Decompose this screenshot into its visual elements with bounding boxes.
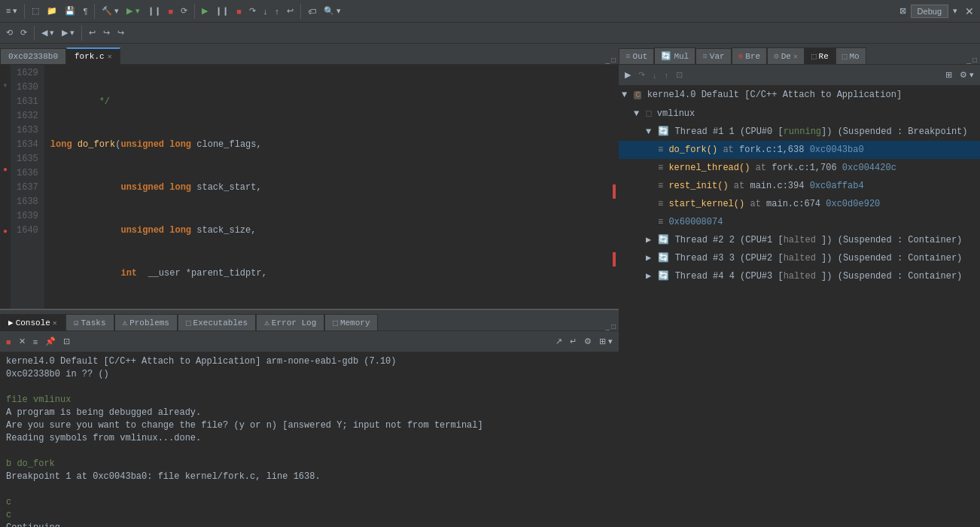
toolbar-btn-1[interactable]: ≡ ▾ xyxy=(3,5,20,17)
problems-label: Problems xyxy=(129,318,169,327)
console-content[interactable]: kernel4.0 Default [C/C++ Attach to Appli… xyxy=(0,352,619,527)
toolbar2-btn-back[interactable]: ⟲ xyxy=(3,26,16,39)
gutter-bp-14[interactable]: ● xyxy=(0,224,11,239)
debug-settings-btn[interactable]: ⚙ ▾ xyxy=(957,69,977,81)
console-minimize-btn[interactable]: _ xyxy=(605,322,610,331)
console-word-wrap-btn[interactable]: ↵ xyxy=(567,335,580,348)
console-tab-errorlog[interactable]: ⚠ Error Log xyxy=(256,314,324,331)
toolbar2-btn-redo2[interactable]: ↪ xyxy=(114,26,127,39)
console-settings-btn[interactable]: ⚙ xyxy=(581,335,595,348)
debug-drop-frame-btn[interactable]: ⊡ xyxy=(673,69,686,81)
debug-tab-bre[interactable]: ⊕ Bre xyxy=(732,47,767,64)
toolbar-btn-run[interactable]: ▶ ▾ xyxy=(123,5,142,17)
editor-and-console: 0xc02338b0 fork.c ✕ _ □ xyxy=(0,44,619,527)
tree-thread-1[interactable]: ▼ 🔄 Thread #1 1 (CPU#0 [running]) (Suspe… xyxy=(619,123,980,141)
toolbar-btn-step-ret[interactable]: ↩ xyxy=(284,5,297,17)
t2-expand[interactable]: ▶ xyxy=(646,235,651,245)
mul-icon: 🔄 xyxy=(661,51,671,61)
toolbar2-btn-fwd[interactable]: ⟳ xyxy=(17,26,30,39)
gutter-bp-9[interactable]: ● xyxy=(0,163,11,177)
debug-tab-mo[interactable]: ⬚ Mo xyxy=(835,47,866,64)
toolbar-btn-stop[interactable]: ■ xyxy=(166,5,177,17)
console-tab-console[interactable]: ▶ Console ✕ xyxy=(0,314,65,331)
debug-tab-mul[interactable]: 🔄 Mul xyxy=(654,47,695,64)
debug-tab-var[interactable]: ≡ Var xyxy=(695,48,731,64)
console-maximize-btn[interactable]: □ xyxy=(611,322,616,331)
toolbar-btn-save[interactable]: 💾 xyxy=(62,5,78,17)
toolbar-btn-new[interactable]: ⬚ xyxy=(29,5,42,17)
gutter-line-3 xyxy=(0,93,11,105)
debug-maximize-btn[interactable]: □ xyxy=(972,56,977,64)
debug-step-out-btn[interactable]: ↑ xyxy=(662,69,672,81)
tree-thread-2[interactable]: ▶ 🔄 Thread #2 2 (CPU#1 [halted ]) (Suspe… xyxy=(619,231,980,249)
tree-frame-3[interactable]: ≡ start_kernel() at main.c:674 0xc0d0e92… xyxy=(619,195,980,213)
toolbar-btn-step-into[interactable]: ↓ xyxy=(260,5,271,17)
root-expand[interactable]: ▼ xyxy=(622,90,627,100)
console-clear-btn[interactable]: ✕ xyxy=(16,335,29,348)
toolbar-btn-debug-pause[interactable]: ❙❙ xyxy=(212,5,232,17)
toolbar-btn-bookmark[interactable]: 🏷 xyxy=(305,5,319,17)
toolbar2-btn-undo[interactable]: ↩ xyxy=(86,26,99,39)
tasks-icon: ☑ xyxy=(74,318,79,327)
debug-step-into-btn[interactable]: ↓ xyxy=(650,69,660,81)
editor-minimize-btn[interactable]: _ xyxy=(605,56,610,64)
console-tab-close[interactable]: ✕ xyxy=(53,318,57,327)
toolbar-btn-pause[interactable]: ❙❙ xyxy=(145,5,164,17)
tree-frame-2[interactable]: ≡ rest_init() at main.c:394 0xc0affab4 xyxy=(619,177,980,195)
toolbar-btn-step-over[interactable]: ↷ xyxy=(246,5,259,17)
frame3-icon: ≡ xyxy=(658,199,663,209)
t3-expand[interactable]: ▶ xyxy=(646,253,651,264)
tree-thread-4[interactable]: ▶ 🔄 Thread #4 4 (CPU#3 [halted ]) (Suspe… xyxy=(619,267,980,285)
editor-content[interactable]: ▼ ● ● xyxy=(0,65,619,309)
toolbar-btn-reset[interactable]: ⟳ xyxy=(178,5,190,17)
console-layout-btn[interactable]: ⊡ xyxy=(60,335,73,348)
toolbar-btn-dropdown[interactable]: ▾ xyxy=(950,5,960,17)
console-tab-tasks[interactable]: ☑ Tasks xyxy=(65,314,114,331)
t4-expand[interactable]: ▶ xyxy=(646,271,651,282)
toolbar-btn-search[interactable]: 🔍 ▾ xyxy=(321,5,344,17)
console-scroll-btn[interactable]: ≡ xyxy=(30,336,41,348)
toolbar-btn-build[interactable]: 🔨 ▾ xyxy=(99,5,122,17)
toolbar-btn-close-panel[interactable]: ✕ xyxy=(962,4,977,19)
debug-collapse-btn[interactable]: ⊞ xyxy=(942,69,955,81)
console-stop-btn[interactable]: ■ xyxy=(3,336,14,348)
tree-frame-4[interactable]: ≡ 0x60008074 xyxy=(619,213,980,231)
debug-mode-btn[interactable]: Debug xyxy=(911,5,948,18)
toolbar2-btn-next[interactable]: ▶ ▾ xyxy=(59,26,78,39)
console-pin-btn[interactable]: 📌 xyxy=(42,335,59,348)
editor-tab-fork[interactable]: fork.c ✕ xyxy=(66,47,120,64)
linenum-10: 1630 xyxy=(17,81,38,95)
toolbar-btn-print[interactable]: ¶ xyxy=(80,5,90,17)
t2-label: Thread #2 2 (CPU#1 [halted ]) (Suspended… xyxy=(675,235,963,245)
console-export-btn[interactable]: ↗ xyxy=(552,335,565,348)
debug-tab-re[interactable]: ⬚ Re xyxy=(805,47,835,64)
debug-minimize-btn[interactable]: _ xyxy=(966,56,971,64)
tree-thread-3[interactable]: ▶ 🔄 Thread #3 3 (CPU#2 [halted ]) (Suspe… xyxy=(619,249,980,267)
editor-maximize-btn[interactable]: □ xyxy=(611,56,616,64)
eg-4 xyxy=(613,108,619,122)
console-tab-problems[interactable]: ⚠ Problems xyxy=(114,314,178,331)
toolbar2-btn-prev[interactable]: ◀ ▾ xyxy=(38,26,57,39)
debug-step-over-btn[interactable]: ↷ xyxy=(635,69,648,81)
toolbar-btn-debug-run[interactable]: ▶ xyxy=(199,5,211,17)
t1-expand[interactable]: ▼ xyxy=(646,126,651,137)
debug-resume-btn[interactable]: ▶ xyxy=(622,69,634,81)
console-tab-memory[interactable]: ⬚ Memory xyxy=(324,314,378,331)
toolbar-btn-step-out[interactable]: ↑ xyxy=(272,5,282,17)
de-icon: ⚙ xyxy=(774,51,779,61)
tab-close-fork[interactable]: ✕ xyxy=(108,52,112,61)
de-tab-close[interactable]: ✕ xyxy=(793,52,798,61)
vm-expand[interactable]: ▼ xyxy=(634,108,639,119)
editor-tab-0xc02338b0[interactable]: 0xc02338b0 xyxy=(0,48,66,64)
toolbar2-btn-redo[interactable]: ↪ xyxy=(100,26,113,39)
toolbar-btn-debug-stop[interactable]: ■ xyxy=(233,5,245,17)
tree-frame-1[interactable]: ≡ kernel_thread() at fork.c:1,706 0xc004… xyxy=(619,159,980,177)
console-layout2-btn[interactable]: ⊞ ▾ xyxy=(596,335,616,348)
toolbar-btn-open[interactable]: 📁 xyxy=(44,5,60,17)
debug-tab-de[interactable]: ⚙ De ✕ xyxy=(767,47,805,64)
debug-tab-out[interactable]: ≡ Out xyxy=(619,48,654,64)
frame2-file: main.c:394 xyxy=(750,181,809,191)
tree-frame-0[interactable]: ≡ do_fork() at fork.c:1,638 0xc0043ba0 xyxy=(619,141,980,159)
toolbar-btn-collapse[interactable]: ⊠ xyxy=(896,5,909,17)
console-tab-executables[interactable]: ⬚ Executables xyxy=(178,314,256,331)
